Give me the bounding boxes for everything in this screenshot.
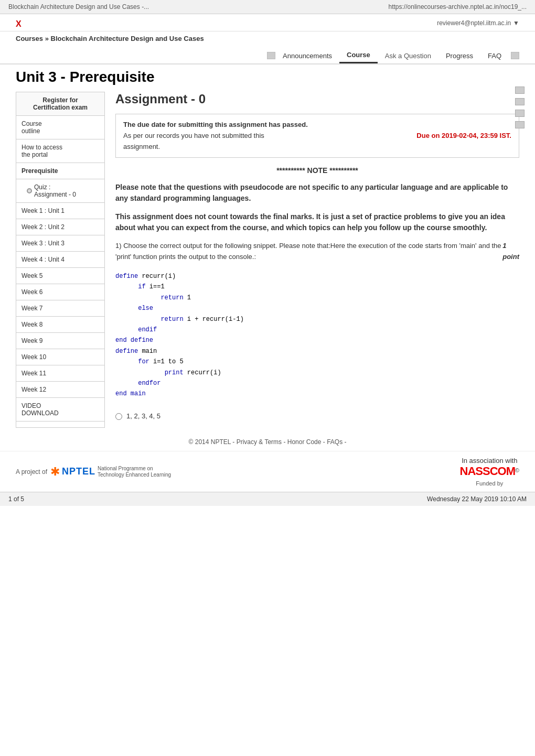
code-line-3: return 1	[115, 293, 519, 303]
breadcrumb-course-name: Blockchain Architecture Design and Use C…	[51, 35, 204, 42]
sidebar-icon-1	[515, 87, 525, 94]
funded-label: Funded by	[460, 480, 519, 487]
nav-icon-2	[511, 52, 519, 59]
code-line-4: else	[115, 303, 519, 314]
sidebar-course-outline-label: Courseoutline	[22, 120, 42, 135]
code-line-8: define main	[115, 346, 519, 357]
user-dropdown-icon[interactable]: ▼	[513, 19, 519, 27]
bold-para-2: This assignment does not count towards t…	[115, 211, 519, 233]
sidebar-item-week9[interactable]: Week 9	[16, 333, 104, 349]
due-line3: assignment.	[123, 143, 160, 150]
code-line-5: return i + recurr(i-1)	[115, 314, 519, 325]
sidebar: Register forCertification exam Courseout…	[16, 92, 105, 428]
sidebar-icon-4	[515, 121, 525, 128]
sidebar-prerequisite-label: Prerequisite	[22, 167, 58, 175]
sidebar-item-week4[interactable]: Week 4 : Unit 4	[16, 252, 104, 268]
code-line-11: endfor	[115, 378, 519, 388]
browser-tab-bar: Blockchain Architecture Design and Use C…	[0, 0, 535, 14]
radio-dot-icon	[27, 188, 32, 193]
sidebar-item-prerequisite[interactable]: Prerequisite	[16, 163, 104, 179]
nptel-name: NPTEL	[62, 466, 95, 477]
code-line-6: endif	[115, 325, 519, 335]
question-number: 1)	[115, 242, 122, 250]
question-points: 1 point	[502, 241, 519, 263]
page-info: 1 of 5	[8, 495, 24, 503]
tab-announcements[interactable]: Announcements	[275, 49, 339, 63]
tab-faq[interactable]: FAQ	[480, 49, 509, 63]
sidebar-item-course-outline[interactable]: Courseoutline	[16, 116, 104, 139]
sidebar-register-label: Register forCertification exam	[33, 96, 88, 111]
breadcrumb-separator: »	[45, 35, 49, 42]
sidebar-how-to-access-label: How to accessthe portal	[22, 144, 62, 158]
sidebar-item-video-download[interactable]: VIDEODOWNLOAD	[16, 398, 104, 422]
nasscom-logo: NASSCOM©	[460, 465, 519, 478]
datetime: Wednesday 22 May 2019 10:10 AM	[427, 495, 527, 503]
due-date-box: The due date for submitting this assignm…	[115, 114, 519, 158]
code-line-7: end define	[115, 335, 519, 345]
code-line-2: if i==1	[115, 282, 519, 292]
sidebar-quiz-a0-label: Quiz :Assignment - 0	[34, 183, 76, 198]
tab-ask-question[interactable]: Ask a Question	[378, 49, 438, 63]
radio-option-1[interactable]	[115, 413, 122, 420]
nav-icon-1	[267, 52, 275, 59]
code-line-9: for i=1 to 5	[115, 357, 519, 367]
footer-left: A project of ✱ NPTEL National Programme …	[16, 465, 171, 479]
answer-option-1: 1, 2, 3, 4, 5	[115, 411, 519, 422]
assignment-title: Assignment - 0	[115, 92, 519, 106]
code-block: define recurr(i) if i==1 return 1 else r…	[115, 267, 519, 404]
footer-right: In association with NASSCOM© Funded by	[460, 457, 519, 487]
due-line1: The due date for submitting this assignm…	[123, 121, 308, 128]
sidebar-item-quiz-a0[interactable]: Quiz :Assignment - 0	[16, 179, 104, 203]
code-line-10: print recurr(i)	[115, 368, 519, 378]
sidebar-item-week3[interactable]: Week 3 : Unit 3	[16, 235, 104, 252]
nasscom-sup: ©	[515, 467, 519, 473]
tab-progress[interactable]: Progress	[438, 49, 480, 63]
bold-para-1: Please note that the questions with pseu…	[115, 182, 519, 204]
content-area: Assignment - 0 The due date for submitti…	[105, 92, 519, 428]
sidebar-item-week5[interactable]: Week 5	[16, 268, 104, 284]
due-line2: As per our records you have not submitte…	[123, 131, 264, 142]
project-label: A project of	[16, 468, 47, 476]
page-title: Unit 3 - Prerequisite	[0, 64, 535, 92]
footer-bottom: A project of ✱ NPTEL National Programme …	[0, 451, 535, 492]
sidebar-item-week10[interactable]: Week 10	[16, 349, 104, 365]
code-line-12: end main	[115, 388, 519, 399]
note-text: ********** NOTE **********	[115, 166, 519, 175]
user-info: reviewer4@nptel.iitm.ac.in ▼	[437, 19, 519, 27]
code-line-1: define recurr(i)	[115, 271, 519, 282]
tab-course[interactable]: Course	[339, 48, 378, 63]
sidebar-item-week1[interactable]: Week 1 : Unit 1	[16, 203, 104, 219]
sidebar-item-week6[interactable]: Week 6	[16, 284, 104, 300]
nptel-logo: ✱ NPTEL National Programme on Technology…	[50, 465, 171, 479]
close-button[interactable]: X	[16, 19, 22, 29]
question-text: 1) Choose the correct output for the fol…	[115, 241, 502, 263]
sidebar-item-week12[interactable]: Week 12	[16, 382, 104, 398]
user-email: reviewer4@nptel.iitm.ac.in	[437, 19, 511, 27]
main-layout: Register forCertification exam Courseout…	[0, 92, 535, 428]
sidebar-item-week11[interactable]: Week 11	[16, 365, 104, 382]
breadcrumb-courses[interactable]: Courses	[16, 35, 43, 42]
nav-tabs: Announcements Course Ask a Question Prog…	[0, 46, 535, 64]
sidebar-item-how-to-access[interactable]: How to accessthe portal	[16, 139, 104, 163]
option-1-label: 1, 2, 3, 4, 5	[126, 411, 160, 422]
sidebar-icon-2	[515, 98, 525, 105]
sidebar-icon-3	[515, 110, 525, 117]
question-body: Choose the correct output for the follow…	[115, 242, 501, 261]
question-1: 1) Choose the correct output for the fol…	[115, 241, 519, 422]
top-bar: X reviewer4@nptel.iitm.ac.in ▼	[0, 14, 535, 31]
tab-title: Blockchain Architecture Design and Use C…	[8, 3, 149, 10]
footer-links: © 2014 NPTEL - Privacy & Terms - Honor C…	[0, 438, 535, 446]
sidebar-item-week8[interactable]: Week 8	[16, 317, 104, 333]
association-label: In association with	[462, 457, 517, 465]
browser-url: https://onlinecourses-archive.nptel.ac.i…	[389, 3, 527, 10]
due-highlight: Due on 2019-02-04, 23:59 IST.	[416, 131, 511, 142]
status-bar: 1 of 5 Wednesday 22 May 2019 10:10 AM	[0, 492, 535, 506]
breadcrumb: Courses » Blockchain Architecture Design…	[0, 31, 535, 46]
sidebar-item-week2[interactable]: Week 2 : Unit 2	[16, 219, 104, 235]
sidebar-item-register[interactable]: Register forCertification exam	[16, 92, 104, 116]
question-header: 1) Choose the correct output for the fol…	[115, 241, 519, 263]
nptel-subtitle: National Programme on Technology Enhance…	[98, 466, 171, 478]
sidebar-video-label: VIDEODOWNLOAD	[22, 402, 59, 417]
sidebar-item-week7[interactable]: Week 7	[16, 300, 104, 317]
nptel-star-icon: ✱	[50, 465, 60, 479]
